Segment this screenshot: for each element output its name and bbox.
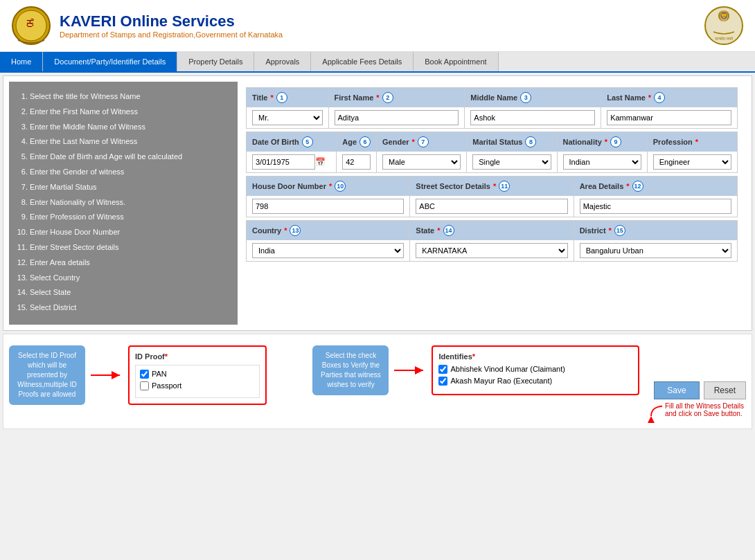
field-house: House Door Number* 10	[247, 177, 410, 217]
right-form: Title* 1 Mr. Mrs. Ms. First Name* 2	[238, 82, 746, 325]
label-marital: Marital Status 8	[467, 132, 556, 152]
house-input[interactable]	[252, 199, 404, 214]
form-row-4: Country* 13 India State* 14 KARNATAKA	[246, 220, 738, 262]
instruction-10: Enter House Door Number	[30, 226, 229, 240]
lastname-input[interactable]	[607, 110, 731, 125]
nav-tabs: Home Document/Party/Identifier Details P…	[0, 52, 755, 73]
checkbox-pan: PAN	[140, 370, 255, 379]
site-title: KAVERI Online Services	[60, 12, 283, 30]
input-area-wrap	[574, 196, 737, 217]
passport-checkbox[interactable]	[140, 381, 149, 390]
nationality-select[interactable]: Indian	[563, 154, 641, 170]
dob-input[interactable]	[252, 154, 315, 170]
instruction-9: Enter Profession of Witness	[30, 210, 229, 224]
emblem-left: ಕ	[11, 6, 51, 46]
age-input[interactable]	[342, 154, 371, 170]
bottom-layout: Select the ID Proof which will be presen…	[9, 340, 746, 423]
pan-label: PAN	[152, 370, 167, 378]
label-profession: Profession*	[648, 132, 737, 152]
tab-home[interactable]: Home	[0, 52, 43, 71]
label-area: Area Details* 12	[574, 177, 737, 196]
id-proof-section: Select the ID Proof which will be presen…	[9, 345, 267, 405]
district-select[interactable]: Bangaluru Urban	[580, 243, 731, 258]
field-gender: Gender* 7 Male Female	[377, 132, 467, 172]
tab-property[interactable]: Property Details	[177, 52, 254, 71]
label-title: Title* 1	[247, 88, 328, 107]
instruction-11: Enter Street Sector details	[30, 241, 229, 255]
input-nationality-wrap: Indian	[558, 152, 647, 172]
india-emblem-icon: 🦁 सत्यमेव जयते	[704, 6, 744, 46]
instruction-list: Select the title for Witness Name Enter …	[17, 90, 229, 315]
arrow-id	[89, 368, 124, 382]
label-country: Country* 13	[247, 221, 409, 240]
field-nationality: Nationality* 9 Indian	[558, 132, 648, 172]
identifies-scroll[interactable]: Abhishek Vinod Kumar (Claimant) Akash Ma…	[438, 365, 632, 388]
checkbox-claimant: Abhishek Vinod Kumar (Claimant)	[438, 365, 632, 374]
field-middlename: Middle Name 3	[465, 88, 601, 128]
save-button[interactable]: Save	[654, 381, 699, 399]
instruction-3: Enter the Middle Name of Witness	[30, 120, 229, 134]
input-age-wrap	[337, 152, 376, 172]
arrow-identifies	[393, 363, 427, 377]
tab-document[interactable]: Document/Party/Identifier Details	[43, 52, 177, 71]
action-area: Save Reset Fill all the Witness Details …	[648, 340, 746, 423]
save-annotation: Fill all the Witness Details and click o…	[665, 402, 746, 417]
id-proof-label: ID Proof*	[135, 352, 260, 361]
profession-select[interactable]: Engineer	[653, 154, 731, 170]
input-street-wrap	[410, 196, 573, 217]
label-middlename: Middle Name 3	[465, 88, 601, 107]
executant-checkbox[interactable]	[438, 377, 447, 386]
field-dob: Date Of Birth 5 📅	[247, 132, 337, 172]
state-select[interactable]: KARNATAKA	[416, 243, 567, 258]
tab-approvals[interactable]: Approvals	[254, 52, 311, 71]
input-title: Mr. Mrs. Ms.	[247, 107, 328, 128]
input-profession-wrap: Engineer	[648, 152, 737, 172]
action-buttons: Save Reset	[654, 381, 746, 399]
instruction-15: Select District	[30, 301, 229, 315]
firstname-input[interactable]	[335, 110, 459, 125]
gender-select[interactable]: Male Female	[382, 154, 461, 170]
svg-text:🦁: 🦁	[720, 11, 729, 20]
field-profession: Profession* Engineer	[648, 132, 737, 172]
country-select[interactable]: India	[252, 243, 404, 258]
reset-button[interactable]: Reset	[704, 381, 746, 399]
input-district-wrap: Bangaluru Urban	[574, 240, 737, 261]
input-middlename-wrap	[465, 107, 601, 128]
input-firstname-wrap	[329, 107, 465, 128]
svg-text:ಕ: ಕ	[24, 17, 38, 32]
label-age: Age 6	[337, 132, 376, 152]
form-row-2: Date Of Birth 5 📅 Age 6 Ge	[246, 132, 738, 173]
claimant-label: Abhishek Vinod Kumar (Claimant)	[450, 365, 565, 373]
emblem-right: 🦁 सत्यमेव जयते	[704, 6, 744, 46]
tab-appointment[interactable]: Book Appointment	[414, 52, 498, 71]
middlename-input[interactable]	[470, 110, 595, 125]
pan-checkbox[interactable]	[140, 370, 149, 379]
field-firstname: First Name* 2	[329, 88, 465, 128]
header-left: ಕ KAVERI Online Services Department of S…	[11, 6, 283, 46]
instruction-4: Enter the Last Name of Witness	[30, 135, 229, 149]
input-state-wrap: KARNATAKA	[410, 240, 573, 261]
title-select[interactable]: Mr. Mrs. Ms.	[252, 110, 323, 125]
label-lastname: Last Name* 4	[601, 88, 737, 107]
header-text: KAVERI Online Services Department of Sta…	[60, 12, 283, 39]
field-area: Area Details* 12	[574, 177, 737, 217]
input-country-wrap: India	[247, 240, 409, 261]
area-input[interactable]	[580, 199, 731, 214]
arrow-id-icon	[89, 368, 124, 382]
identifies-tooltip: Select the check Boxes to Verify the Par…	[312, 345, 389, 395]
marital-select[interactable]: Single Married	[472, 154, 551, 170]
input-marital-wrap: Single Married	[467, 152, 556, 172]
street-input[interactable]	[416, 199, 567, 214]
bottom-section: Select the ID Proof which will be presen…	[3, 334, 752, 429]
claimant-checkbox[interactable]	[438, 365, 447, 374]
checkbox-passport: Passport	[140, 381, 255, 390]
identifies-label: Identifies*	[438, 352, 632, 361]
form-row-1: Title* 1 Mr. Mrs. Ms. First Name* 2	[246, 87, 738, 129]
label-state: State* 14	[410, 221, 573, 240]
input-lastname-wrap	[601, 107, 737, 128]
calendar-icon[interactable]: 📅	[315, 157, 326, 167]
id-proof-scroll[interactable]: PAN Passport	[135, 365, 260, 398]
passport-label: Passport	[152, 381, 181, 390]
field-street: Street Sector Details* 11	[410, 177, 574, 217]
tab-fees[interactable]: Applicable Fees Details	[311, 52, 414, 71]
